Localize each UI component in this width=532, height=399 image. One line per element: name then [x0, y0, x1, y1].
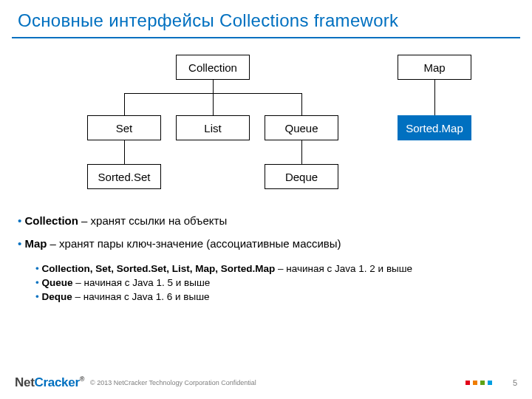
node-sortedset: Sorted.Set [87, 164, 161, 189]
footer: NetCracker® © 2013 NetCracker Technology… [0, 366, 532, 399]
sub-bullet-java16: Deque – начиная с Java 1. 6 и выше [35, 291, 514, 302]
bullet-map: Map – хранят пары ключ-значение (ассоциа… [18, 237, 514, 250]
sub-bullet-java12: Collection, Set, Sorted.Set, List, Map, … [35, 263, 514, 274]
slide-title: Основные интерфейсы Collections framewor… [0, 0, 532, 31]
dot-icon [466, 381, 470, 385]
bullet-collection: Collection – хранят ссылки на объекты [18, 214, 514, 227]
dot-icon [473, 381, 477, 385]
dot-icon [480, 381, 485, 385]
node-sortedmap: Sorted.Map [398, 115, 471, 140]
node-set: Set [87, 115, 161, 140]
node-deque: Deque [265, 164, 338, 189]
node-queue: Queue [265, 115, 338, 140]
sub-bullets: Collection, Set, Sorted.Set, List, Map, … [35, 263, 514, 302]
hierarchy-diagram: Collection Map Set List Queue Sorted.Map… [0, 43, 532, 213]
bullet-list: Collection – хранят ссылки на объекты Ma… [0, 214, 532, 302]
logo: NetCracker® [15, 375, 84, 390]
page-number: 5 [513, 378, 517, 387]
sub-bullet-java15: Queue – начиная с Java 1. 5 и выше [35, 277, 514, 288]
node-map: Map [398, 55, 471, 80]
node-list: List [176, 115, 250, 140]
node-collection: Collection [176, 55, 250, 80]
dot-icon [488, 381, 492, 385]
footer-dots [466, 381, 492, 385]
title-divider [12, 37, 520, 38]
copyright: © 2013 NetCracker Technology Corporation… [90, 379, 256, 386]
